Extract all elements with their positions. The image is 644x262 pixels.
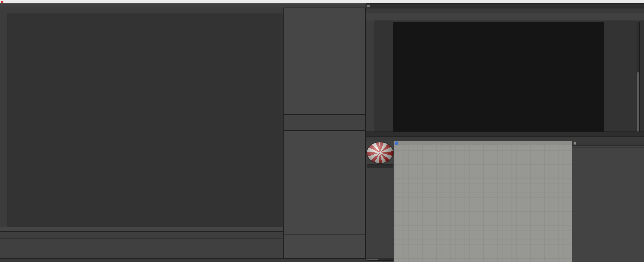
ipr-menu-bar bbox=[366, 8, 644, 12]
app-icon bbox=[1, 1, 3, 3]
shader-list-scrollbar[interactable] bbox=[367, 258, 393, 261]
arnold-ipr-window bbox=[366, 3, 644, 136]
gv-shader-panel bbox=[572, 141, 644, 262]
main-toolbar bbox=[0, 7, 283, 13]
main-menu-bar bbox=[0, 3, 366, 7]
left-mode-toolbar bbox=[0, 13, 7, 227]
coordinates-manager bbox=[283, 234, 366, 259]
graph-tab-icon bbox=[395, 142, 398, 145]
ipr-vertical-scrollbar[interactable] bbox=[637, 22, 640, 133]
app-root bbox=[0, 0, 644, 262]
shader-search-field[interactable] bbox=[367, 164, 393, 168]
layer-manager bbox=[283, 114, 366, 130]
status-bar bbox=[0, 259, 366, 262]
shader-list-panel bbox=[366, 141, 394, 262]
animation-toolbar bbox=[0, 231, 283, 239]
arnold-vertical-tab[interactable] bbox=[0, 202, 4, 222]
ipr-side-toolbar bbox=[366, 20, 374, 132]
ipr-render-canvas[interactable] bbox=[393, 22, 604, 133]
object-manager bbox=[283, 8, 366, 114]
material-manager bbox=[0, 239, 283, 259]
shader-network-editor bbox=[366, 136, 644, 262]
ipr-window-icon bbox=[367, 5, 370, 7]
os-title-bar bbox=[0, 0, 644, 3]
timeline-ruler[interactable] bbox=[0, 227, 283, 231]
gv-section-main bbox=[572, 147, 644, 148]
node-editor-menu-bar bbox=[366, 137, 644, 141]
attribute-manager bbox=[283, 130, 366, 234]
gv-node-icon bbox=[574, 142, 576, 145]
node-graph-canvas[interactable] bbox=[394, 141, 572, 262]
material-preview-sphere[interactable] bbox=[366, 142, 394, 164]
ipr-toolbar bbox=[366, 12, 644, 21]
